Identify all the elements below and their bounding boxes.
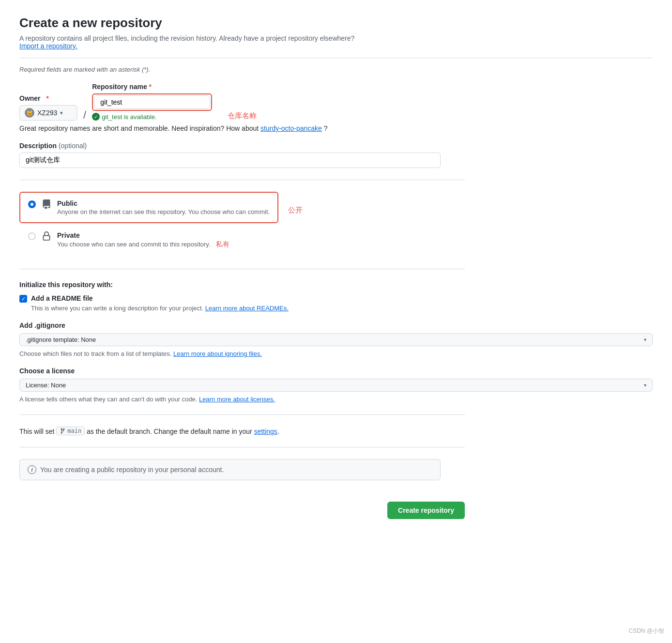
gitignore-title: Add .gitignore bbox=[19, 322, 653, 329]
init-section: Initialize this repository with: Add a R… bbox=[19, 281, 653, 312]
visibility-section: Public Anyone on the internet can see th… bbox=[19, 192, 653, 257]
private-annotation: 私有 bbox=[216, 240, 229, 248]
license-title: Choose a license bbox=[19, 367, 653, 375]
init-title: Initialize this repository with: bbox=[19, 281, 653, 289]
required-note: Required fields are marked with an aster… bbox=[19, 66, 653, 73]
avatar: 🐱 bbox=[25, 108, 34, 118]
public-radio[interactable] bbox=[28, 200, 36, 208]
owner-label: Owner * bbox=[19, 94, 77, 102]
chevron-down-icon: ▾ bbox=[644, 383, 646, 388]
gitignore-help: Choose which files not to track from a l… bbox=[19, 350, 653, 357]
public-option[interactable]: Public Anyone on the internet can see th… bbox=[19, 192, 278, 223]
license-section: Choose a license License: None ▾ A licen… bbox=[19, 367, 653, 403]
suggestion-link[interactable]: sturdy-octo-pancake bbox=[260, 124, 322, 132]
slash-separator: / bbox=[83, 110, 86, 121]
readme-label: Add a README file bbox=[31, 294, 93, 302]
settings-link[interactable]: settings bbox=[254, 428, 277, 435]
repo-name-label: Repository name * bbox=[92, 83, 212, 91]
license-help: A license tells others what they can and… bbox=[19, 396, 653, 403]
repo-name-annotation: 仓库名称 bbox=[228, 111, 257, 121]
chevron-down-icon: ▾ bbox=[644, 337, 646, 342]
readme-row: Add a README file bbox=[19, 294, 653, 303]
page-title: Create a new repository bbox=[19, 15, 653, 31]
public-annotation: 公开 bbox=[288, 206, 303, 215]
description-input[interactable] bbox=[19, 153, 441, 168]
submit-row: Create repository bbox=[19, 492, 465, 519]
readme-checkbox[interactable] bbox=[19, 295, 27, 303]
private-radio[interactable] bbox=[28, 232, 36, 240]
gitignore-dropdown[interactable]: .gitignore template: None ▾ bbox=[19, 333, 653, 346]
private-icon bbox=[42, 231, 51, 244]
check-icon: ✓ bbox=[92, 113, 100, 121]
inspiration-text: Great repository names are short and mem… bbox=[19, 124, 653, 132]
public-info: Public Anyone on the internet can see th… bbox=[57, 199, 270, 215]
license-link[interactable]: Learn more about licenses. bbox=[199, 396, 275, 403]
repo-name-input[interactable] bbox=[94, 95, 210, 109]
info-icon: i bbox=[28, 465, 36, 474]
description-label: Description (optional) bbox=[19, 142, 653, 150]
private-info: Private You choose who can see and commi… bbox=[57, 231, 229, 249]
repo-name-box bbox=[92, 93, 212, 111]
readme-desc: This is where you can write a long descr… bbox=[31, 305, 653, 312]
branch-section: This will set main as the default branch… bbox=[19, 427, 653, 435]
page-subtitle: A repository contains all project files,… bbox=[19, 34, 653, 50]
readme-link[interactable]: Learn more about READMEs. bbox=[205, 305, 289, 312]
chevron-down-icon: ▾ bbox=[60, 110, 63, 116]
notice-box: i You are creating a public repository i… bbox=[19, 459, 441, 480]
availability-message: ✓ git_test is available. bbox=[92, 113, 212, 121]
public-icon bbox=[42, 199, 51, 212]
license-dropdown[interactable]: License: None ▾ bbox=[19, 379, 653, 392]
gitignore-link[interactable]: Learn more about ignoring files. bbox=[173, 350, 262, 357]
import-link[interactable]: Import a repository. bbox=[19, 42, 77, 50]
gitignore-section: Add .gitignore .gitignore template: None… bbox=[19, 322, 653, 357]
branch-badge: main bbox=[56, 427, 85, 435]
owner-value: XZ293 bbox=[37, 109, 57, 117]
owner-selector[interactable]: 🐱 XZ293 ▾ bbox=[19, 105, 77, 121]
create-repository-button[interactable]: Create repository bbox=[387, 502, 465, 519]
private-option[interactable]: Private You choose who can see and commi… bbox=[19, 224, 238, 256]
